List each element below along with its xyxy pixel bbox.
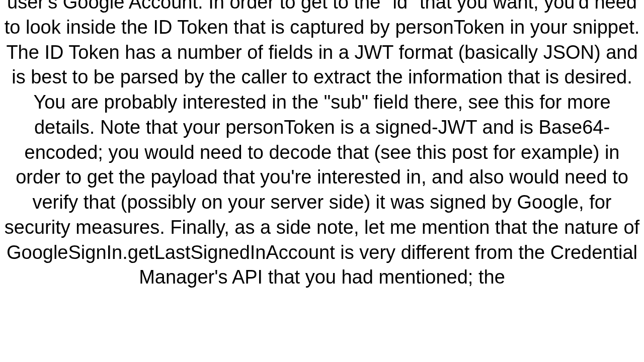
- body-paragraph: user's Google Account. In order to get t…: [1, 0, 643, 290]
- document-content: user's Google Account. In order to get t…: [0, 0, 644, 362]
